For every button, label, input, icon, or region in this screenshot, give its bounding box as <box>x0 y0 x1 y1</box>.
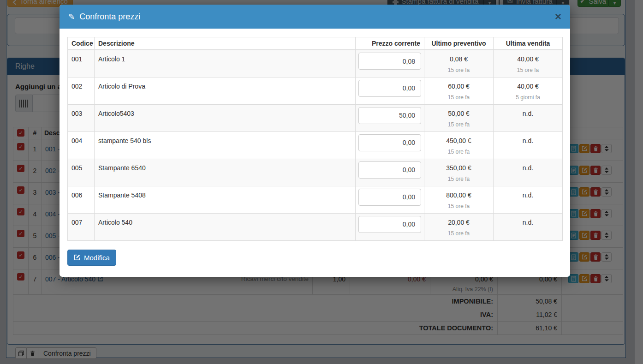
screen: Torna all'elenco Stampa fattura di vendi… <box>0 0 643 364</box>
last-quote-price: 20,00 € <box>424 219 493 226</box>
modal-header: ✎ Confronta prezzi × <box>60 5 570 29</box>
last-sale-price: 40,00 € <box>494 55 562 63</box>
last-quote-time: 15 ore fa <box>424 121 493 128</box>
item-code: 002 <box>68 77 95 104</box>
column-codice: Codice <box>68 37 95 50</box>
item-description: Articolo di Prova <box>95 77 356 104</box>
item-description: Stampante 6540 <box>95 159 356 186</box>
item-description: Articolo 540 <box>95 213 356 240</box>
item-code: 001 <box>68 50 95 77</box>
last-sale-price: n.d. <box>494 110 562 117</box>
last-quote-time: 15 ore fa <box>424 149 493 155</box>
compare-table-header: Codice Descrizione Prezzo corrente Ultim… <box>68 37 563 50</box>
last-quote-time: 15 ore fa <box>424 230 493 237</box>
column-ultimo-preventivo: Ultimo preventivo <box>424 37 494 50</box>
current-price-input[interactable] <box>358 107 421 124</box>
item-code: 006 <box>68 186 95 213</box>
last-sale-price: 40,00 € <box>494 83 562 90</box>
compare-row: 005Stampante 6540350,00 €15 ore fan.d. <box>68 159 563 186</box>
edit-square-icon <box>74 254 80 261</box>
current-price-input[interactable] <box>358 53 421 70</box>
item-code: 004 <box>68 131 95 159</box>
compare-row: 001Articolo 10,08 €15 ore fa40,00 €15 or… <box>68 50 563 77</box>
column-descrizione: Descrizione <box>95 37 356 50</box>
modifica-button[interactable]: Modifica <box>67 250 116 266</box>
compare-row: 004stampante 540 bls450,00 €15 ore fan.d… <box>68 131 563 159</box>
last-quote-price: 350,00 € <box>424 164 493 172</box>
compare-row: 002Articolo di Prova60,00 €15 ore fa40,0… <box>68 77 563 104</box>
last-sale-time: 5 giorni fa <box>494 94 562 101</box>
modal-body: Codice Descrizione Prezzo corrente Ultim… <box>60 29 570 266</box>
modifica-label: Modifica <box>84 254 110 262</box>
current-price-input[interactable] <box>358 189 421 206</box>
compare-row: 006Stampante 5408800,00 €15 ore fan.d. <box>68 186 563 213</box>
last-sale-price: n.d. <box>494 137 562 144</box>
compare-row: 007Articolo 54020,00 €15 ore fan.d. <box>68 213 563 240</box>
last-sale-price: n.d. <box>494 164 562 172</box>
current-price-input[interactable] <box>358 216 421 233</box>
item-code: 003 <box>68 104 95 131</box>
compare-prices-modal: ✎ Confronta prezzi × Codice Descrizione … <box>60 5 570 277</box>
column-ultima-vendita: Ultima vendita <box>494 37 563 50</box>
close-icon[interactable]: × <box>555 12 561 21</box>
item-code: 005 <box>68 159 95 186</box>
item-description: Articolo 1 <box>95 50 356 77</box>
last-quote-price: 60,00 € <box>424 83 493 90</box>
last-quote-price: 50,00 € <box>424 110 493 117</box>
last-quote-time: 15 ore fa <box>424 176 493 182</box>
modal-title: Confronta prezzi <box>79 12 140 22</box>
last-quote-time: 15 ore fa <box>424 203 493 209</box>
last-quote-time: 15 ore fa <box>424 67 493 73</box>
current-price-input[interactable] <box>358 134 421 151</box>
compare-prices-table: Codice Descrizione Prezzo corrente Ultim… <box>67 37 563 241</box>
current-price-input[interactable] <box>358 80 421 97</box>
item-description: Stampante 5408 <box>95 186 356 213</box>
last-quote-price: 450,00 € <box>424 137 493 144</box>
last-sale-time: 15 ore fa <box>494 67 562 73</box>
item-code: 007 <box>68 213 95 240</box>
compare-table-body: 001Articolo 10,08 €15 ore fa40,00 €15 or… <box>68 50 563 240</box>
item-description: Articolo5403 <box>95 104 356 131</box>
last-sale-price: n.d. <box>494 191 562 199</box>
last-quote-time: 15 ore fa <box>424 94 493 101</box>
column-prezzo-corrente: Prezzo corrente <box>356 37 424 50</box>
pencil-icon: ✎ <box>68 12 75 22</box>
compare-row: 003Articolo540350,00 €15 ore fan.d. <box>68 104 563 131</box>
last-quote-price: 0,08 € <box>424 55 493 63</box>
current-price-input[interactable] <box>358 161 421 179</box>
item-description: stampante 540 bls <box>95 131 356 159</box>
last-quote-price: 800,00 € <box>424 191 493 199</box>
last-sale-price: n.d. <box>494 219 562 226</box>
